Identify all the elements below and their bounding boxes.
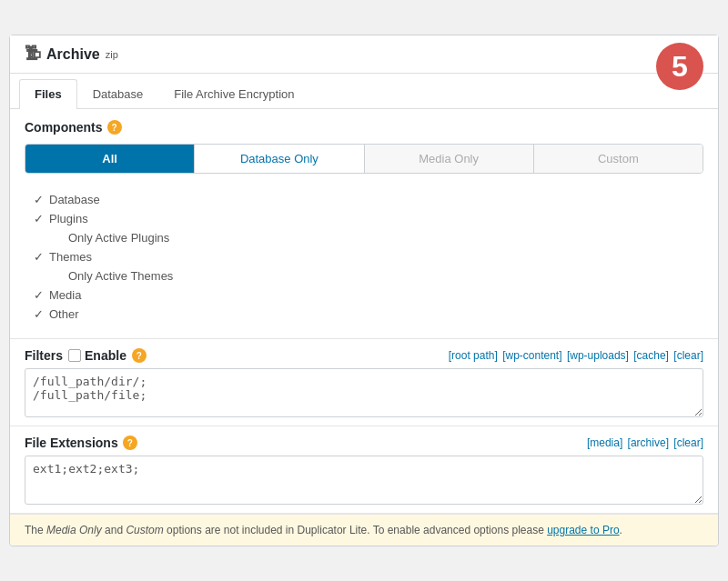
filter-database-only[interactable]: Database Only bbox=[195, 145, 364, 173]
filter-link-root-path[interactable]: [root path] bbox=[449, 349, 498, 362]
title-suffix: zip bbox=[106, 49, 118, 60]
filters-quick-links: [root path] [wp-content] [wp-uploads] [c… bbox=[447, 349, 703, 362]
filter-media-only: Media Only bbox=[365, 145, 534, 173]
file-ext-header: File Extensions ? [media] [archive] [cle… bbox=[25, 436, 703, 450]
tab-file-archive-encryption[interactable]: File Archive Encryption bbox=[158, 79, 309, 108]
ext-link-media[interactable]: [media] bbox=[587, 436, 622, 449]
list-item[interactable]: Only Active Plugins bbox=[25, 228, 703, 247]
upgrade-to-pro-link[interactable]: upgrade to Pro bbox=[547, 524, 619, 536]
archive-panel: 🗜 Archive zip ▲ 5 Files Database File Ar… bbox=[9, 35, 719, 546]
notice-text-before: The bbox=[25, 524, 46, 536]
list-item[interactable]: ✓ Plugins bbox=[25, 209, 703, 228]
step-badge: 5 bbox=[656, 43, 703, 90]
notice-media-only: Media Only bbox=[46, 524, 102, 536]
item-label-other: Other bbox=[49, 307, 79, 321]
checkmark-plugins: ✓ bbox=[34, 212, 44, 225]
filter-all[interactable]: All bbox=[25, 145, 195, 173]
list-item[interactable]: ✓ Media bbox=[25, 285, 703, 305]
filters-enable-label: Enable bbox=[85, 348, 126, 363]
ext-link-archive[interactable]: [archive] bbox=[628, 436, 669, 449]
tab-database[interactable]: Database bbox=[77, 79, 159, 108]
filter-link-clear[interactable]: [clear] bbox=[673, 349, 703, 362]
archive-icon: 🗜 bbox=[25, 45, 41, 64]
filter-link-cache[interactable]: [cache] bbox=[633, 349, 669, 362]
components-help-icon[interactable]: ? bbox=[107, 120, 122, 135]
list-item[interactable]: ✓ Database bbox=[25, 190, 703, 209]
item-label-plugins: Plugins bbox=[49, 212, 88, 225]
file-ext-title: File Extensions ? bbox=[25, 436, 137, 450]
filters-section: Filters Enable ? [root path] [wp-content… bbox=[10, 339, 718, 426]
list-item[interactable]: ✓ Themes bbox=[25, 247, 703, 266]
filters-title: Filters Enable ? bbox=[25, 348, 147, 363]
filters-enable-group: Enable bbox=[68, 348, 126, 363]
checkmark-other: ✓ bbox=[34, 307, 44, 321]
item-label-themes: Themes bbox=[49, 250, 92, 264]
filters-enable-checkbox[interactable] bbox=[68, 349, 81, 362]
notice-text-end: . bbox=[620, 524, 622, 536]
filters-textarea[interactable]: /full_path/dir/; /full_path/file; bbox=[25, 368, 703, 417]
item-label-active-themes: Only Active Themes bbox=[68, 269, 173, 283]
file-ext-quick-links: [media] [archive] [clear] bbox=[585, 436, 703, 449]
components-section: Components ? All Database Only Media Onl… bbox=[10, 109, 718, 339]
filter-custom: Custom bbox=[534, 145, 703, 173]
list-item[interactable]: Only Active Themes bbox=[25, 266, 703, 285]
filter-link-wp-content[interactable]: [wp-content] bbox=[502, 349, 561, 362]
components-title: Components ? bbox=[25, 120, 703, 135]
panel-title: 🗜 Archive zip bbox=[25, 45, 118, 64]
panel-header: 🗜 Archive zip ▲ 5 bbox=[10, 35, 718, 74]
item-label-media: Media bbox=[49, 288, 81, 302]
notice-text-after: options are not included in Duplicator L… bbox=[164, 524, 547, 536]
title-text: Archive bbox=[46, 46, 100, 63]
notice-text-middle: and bbox=[102, 524, 126, 536]
notice-custom: Custom bbox=[126, 524, 163, 536]
file-ext-textarea[interactable]: ext1;ext2;ext3; bbox=[25, 456, 703, 505]
item-label-database: Database bbox=[49, 193, 100, 206]
item-label-active-plugins: Only Active Plugins bbox=[68, 231, 169, 245]
components-filter: All Database Only Media Only Custom bbox=[25, 144, 703, 174]
tab-files[interactable]: Files bbox=[19, 79, 77, 109]
checkmark-database: ✓ bbox=[34, 193, 44, 206]
file-ext-help-icon[interactable]: ? bbox=[123, 436, 137, 450]
tabs-container: Files Database File Archive Encryption bbox=[10, 74, 718, 109]
filter-link-wp-uploads[interactable]: [wp-uploads] bbox=[567, 349, 629, 362]
list-item[interactable]: ✓ Other bbox=[25, 305, 703, 324]
filters-header: Filters Enable ? [root path] [wp-content… bbox=[25, 348, 703, 363]
filters-help-icon[interactable]: ? bbox=[132, 348, 147, 363]
file-extensions-section: File Extensions ? [media] [archive] [cle… bbox=[10, 426, 718, 514]
checkmark-themes: ✓ bbox=[34, 250, 44, 264]
ext-link-clear[interactable]: [clear] bbox=[673, 436, 703, 449]
notice-bar: The Media Only and Custom options are no… bbox=[10, 514, 718, 546]
components-checklist: ✓ Database ✓ Plugins Only Active Plugins… bbox=[25, 186, 703, 327]
checkmark-media: ✓ bbox=[34, 288, 44, 302]
